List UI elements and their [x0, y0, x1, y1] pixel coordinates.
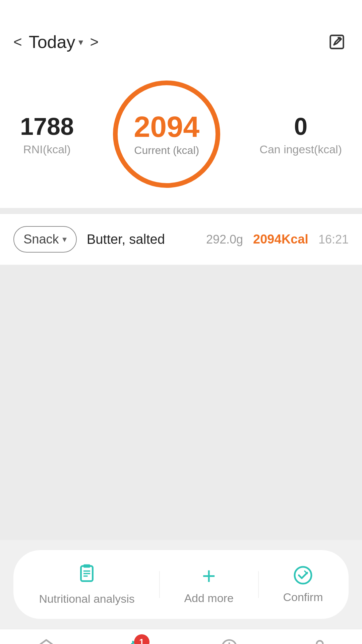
can-ingest-value: 0 [259, 113, 342, 140]
calorie-section: 1788 RNI(kcal) 2094 Current (kcal) 0 Can… [0, 67, 362, 208]
edit-button[interactable] [325, 30, 349, 54]
action-bar-inner: Nutritional analysis + Add more Confirm [13, 550, 349, 619]
nutritional-analysis-label: Nutritional analysis [39, 592, 134, 605]
nav-item-me[interactable]: Me [310, 638, 329, 644]
food-weight: 292.0g [206, 232, 243, 247]
date-title[interactable]: Today ▾ [29, 32, 83, 52]
confirm-button[interactable]: Confirm [269, 562, 336, 607]
nutritional-analysis-button[interactable]: Nutritional analysis [25, 560, 148, 609]
nav-item-plate[interactable]: 1 Plate [125, 638, 148, 644]
status-bar [0, 0, 362, 20]
nav-item-home[interactable]: Home [33, 638, 60, 644]
current-calorie-circle: 2094 Current (kcal) [113, 80, 220, 188]
dropdown-arrow-icon: ▾ [78, 37, 83, 48]
content-area [0, 265, 362, 540]
action-divider-2 [258, 571, 259, 598]
next-arrow-button[interactable]: > [90, 34, 99, 50]
add-more-label: Add more [184, 592, 233, 605]
prev-arrow-button[interactable]: < [13, 34, 22, 50]
rni-value: 1788 [20, 113, 74, 140]
bottom-nav: Home 1 Plate Histroy [0, 629, 362, 644]
meal-category-arrow-icon: ▾ [62, 234, 67, 245]
add-more-icon: + [202, 564, 216, 588]
meal-category-button[interactable]: Snack ▾ [13, 226, 77, 253]
can-ingest-display: 0 Can ingest(kcal) [259, 113, 342, 156]
rni-display: 1788 RNI(kcal) [20, 113, 74, 156]
action-bar: Nutritional analysis + Add more Confirm [0, 540, 362, 629]
me-icon [310, 638, 329, 644]
history-icon [220, 638, 239, 644]
svg-point-10 [317, 641, 323, 644]
svg-rect-0 [330, 36, 344, 49]
confirm-icon [293, 565, 313, 587]
section-divider [0, 208, 362, 214]
current-calorie-label: Current (kcal) [134, 144, 199, 157]
home-icon [37, 638, 56, 644]
nutritional-analysis-icon [77, 564, 97, 588]
food-time: 16:21 [318, 232, 349, 247]
plate-badge: 1 [134, 634, 149, 644]
calorie-ring: 2094 Current (kcal) [113, 80, 220, 188]
current-calorie-value: 2094 [134, 112, 199, 142]
nav-item-history[interactable]: Histroy [214, 638, 245, 644]
confirm-label: Confirm [283, 591, 323, 604]
header: < Today ▾ > [0, 20, 362, 67]
meal-entry[interactable]: Snack ▾ Butter, salted 292.0g 2094Kcal 1… [0, 214, 362, 265]
action-divider-1 [159, 571, 160, 598]
food-kcal: 2094Kcal [253, 232, 308, 247]
nav-center: < Today ▾ > [13, 32, 99, 52]
svg-rect-2 [83, 565, 90, 568]
svg-point-6 [295, 567, 311, 584]
meal-category-label: Snack [23, 232, 59, 247]
food-name: Butter, salted [87, 232, 196, 247]
can-ingest-label: Can ingest(kcal) [259, 143, 342, 156]
add-more-button[interactable]: + Add more [171, 561, 247, 608]
rni-label: RNI(kcal) [20, 143, 74, 156]
